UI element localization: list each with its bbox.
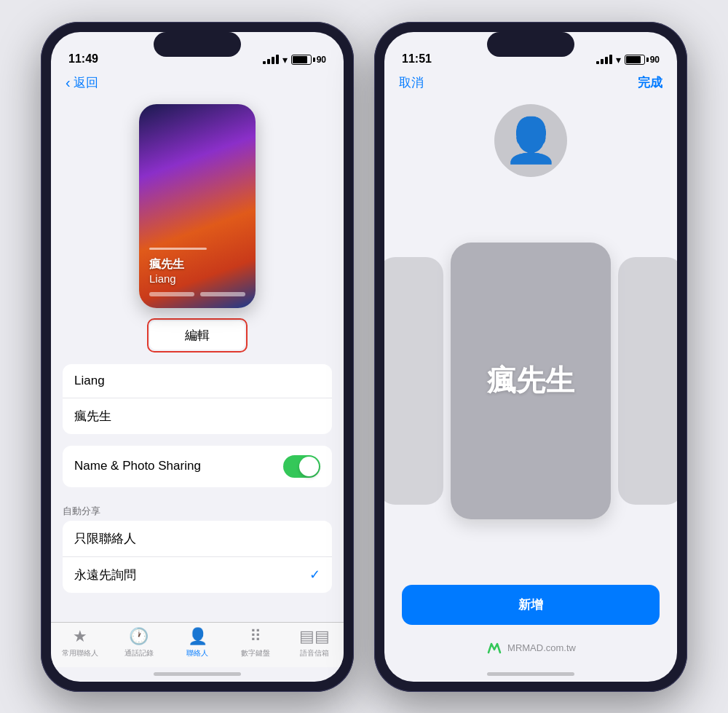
avatar-area: 👤 [384, 97, 677, 189]
status-icons-right: ▾ 90 [596, 54, 660, 66]
card-bar-2 [200, 292, 245, 296]
favorites-icon: ★ [73, 627, 87, 646]
recents-icon: 🕐 [129, 627, 149, 646]
mrmad-logo [486, 639, 503, 657]
carousel-main-text: 瘋先生 [487, 361, 574, 401]
done-button[interactable]: 完成 [638, 74, 662, 91]
add-button[interactable]: 新增 [402, 585, 660, 625]
cancel-button[interactable]: 取消 [399, 74, 424, 91]
carousel-card-right[interactable] [618, 257, 677, 505]
voicemail-icon: ▤▤ [299, 627, 330, 646]
dynamic-island-right [487, 32, 574, 57]
contacts-icon: 👤 [188, 627, 207, 646]
signal-icon [263, 55, 279, 64]
person-icon: 👤 [504, 119, 558, 162]
name-photo-toggle[interactable] [283, 455, 320, 478]
avatar[interactable]: 👤 [494, 104, 567, 177]
contacts-label: 聯絡人 [186, 648, 208, 658]
home-bar [154, 672, 241, 676]
card-name-en: Liang [149, 272, 245, 285]
edit-button[interactable]: 編輯 [150, 321, 245, 350]
home-indicator-right [384, 667, 677, 682]
name-photo-toggle-row: Name & Photo Sharing [63, 446, 332, 487]
nav-bar-right: 取消 完成 [384, 71, 677, 97]
time-left: 11:49 [68, 52, 98, 66]
add-button-area: 新增 [384, 573, 677, 639]
card-content: 瘋先生 Liang [139, 236, 256, 308]
last-name-row[interactable]: 瘋先生 [63, 398, 332, 434]
auto-share-settings-section: 只限聯絡人 永遠先詢問 ✓ [63, 521, 332, 593]
battery-icon: 90 [291, 55, 326, 65]
card-name-cn: 瘋先生 [149, 257, 245, 272]
nav-bar-left: ‹ 返回 [51, 71, 344, 97]
home-bar-right [487, 672, 574, 676]
voicemail-label: 語音信箱 [300, 648, 329, 658]
signal-icon-right [596, 55, 612, 64]
card-line [149, 248, 207, 250]
tab-contacts[interactable]: 👤 聯絡人 [168, 627, 226, 658]
carousel-card-left[interactable] [384, 257, 443, 505]
watermark-text: MRMAD.com.tw [507, 642, 576, 653]
first-name-row[interactable]: Liang [63, 364, 332, 398]
right-phone-frame: 11:51 ▾ 90 [374, 22, 687, 692]
back-label: 返回 [74, 74, 98, 91]
tab-bar: ★ 常用聯絡人 🕐 通話記錄 👤 聯絡人 ⠿ 數字鍵盤 ▤▤ 語音信箱 [51, 622, 344, 667]
card-bottom-bars [149, 292, 245, 296]
left-phone-screen: 11:49 ▾ 90 [51, 32, 344, 682]
status-icons-left: ▾ 90 [263, 54, 326, 66]
left-phone-frame: 11:49 ▾ 90 [41, 22, 354, 692]
keypad-icon: ⠿ [250, 627, 261, 646]
contact-preview-area: 瘋先生 Liang 編輯 [51, 97, 344, 358]
checkmark-icon: ✓ [309, 567, 320, 583]
battery-icon-right: 90 [625, 55, 660, 65]
tab-recents[interactable]: 🕐 通話記錄 [109, 627, 167, 658]
card-bar-1 [149, 292, 194, 296]
edit-button-wrapper: 編輯 [147, 318, 248, 352]
tab-keypad[interactable]: ⠿ 數字鍵盤 [226, 627, 285, 658]
toggle-knob [299, 457, 319, 476]
time-right: 11:51 [402, 52, 432, 66]
right-phone-screen: 11:51 ▾ 90 [384, 32, 677, 682]
contacts-only-row[interactable]: 只限聯絡人 [63, 521, 332, 557]
name-photo-sharing-section: Name & Photo Sharing [63, 446, 332, 487]
name-form-section: Liang 瘋先生 [63, 364, 332, 434]
back-button[interactable]: ‹ 返回 [66, 74, 329, 91]
dynamic-island-left [154, 32, 241, 57]
always-ask-label: 永遠先詢問 [74, 567, 136, 583]
carousel-card-main[interactable]: 瘋先生 [451, 243, 611, 519]
auto-share-section-header: 自動分享 [51, 493, 344, 521]
tab-voicemail[interactable]: ▤▤ 語音信箱 [285, 627, 344, 658]
back-chevron-icon: ‹ [66, 74, 71, 91]
page-wrapper: 11:49 ▾ 90 [26, 7, 702, 706]
contact-card-preview: 瘋先生 Liang [139, 104, 256, 308]
home-indicator-left [51, 667, 344, 682]
recents-label: 通話記錄 [124, 648, 154, 658]
card-carousel: 瘋先生 [384, 189, 677, 573]
favorites-label: 常用聯絡人 [62, 648, 98, 658]
keypad-label: 數字鍵盤 [241, 648, 270, 658]
always-ask-row[interactable]: 永遠先詢問 ✓ [63, 557, 332, 593]
wifi-icon-right: ▾ [616, 54, 621, 66]
watermark: MRMAD.com.tw [384, 639, 677, 667]
name-photo-label: Name & Photo Sharing [74, 459, 201, 473]
contacts-only-label: 只限聯絡人 [74, 530, 136, 547]
tab-favorites[interactable]: ★ 常用聯絡人 [51, 627, 109, 658]
wifi-icon: ▾ [282, 54, 288, 66]
